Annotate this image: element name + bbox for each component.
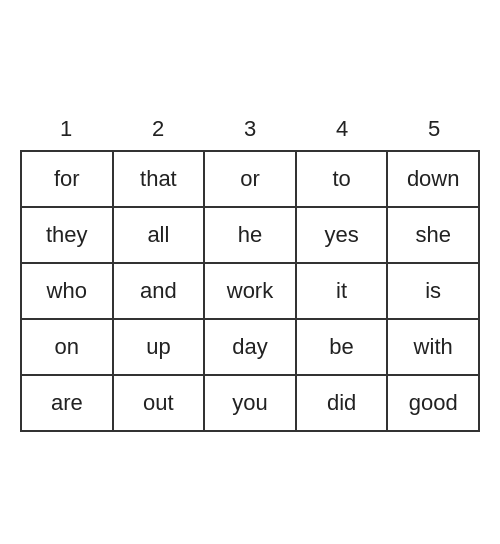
grid-cell-r3-c2: and [114, 264, 206, 318]
grid-cell-r4-c4: be [297, 320, 389, 374]
grid-cell-r3-c1: who [22, 264, 114, 318]
grid-cell-r3-c5: is [388, 264, 478, 318]
word-grid-container: 12345 forthatortodowntheyallheyesshewhoa… [20, 112, 480, 432]
grid-cell-r3-c4: it [297, 264, 389, 318]
grid-cell-r4-c5: with [388, 320, 478, 374]
grid-cell-r2-c1: they [22, 208, 114, 262]
header-col-2: 2 [112, 112, 204, 146]
header-col-1: 1 [20, 112, 112, 146]
grid-row-4: onupdaybewith [22, 320, 478, 376]
grid-cell-r5-c1: are [22, 376, 114, 430]
grid-cell-r1-c4: to [297, 152, 389, 206]
header-col-4: 4 [296, 112, 388, 146]
header-col-3: 3 [204, 112, 296, 146]
grid-cell-r5-c4: did [297, 376, 389, 430]
grid-row-2: theyallheyesshe [22, 208, 478, 264]
grid-cell-r2-c4: yes [297, 208, 389, 262]
grid-cell-r4-c3: day [205, 320, 297, 374]
grid-cell-r5-c2: out [114, 376, 206, 430]
grid-cell-r3-c3: work [205, 264, 297, 318]
grid-cell-r1-c2: that [114, 152, 206, 206]
grid-cell-r2-c3: he [205, 208, 297, 262]
grid-cell-r4-c2: up [114, 320, 206, 374]
word-grid: forthatortodowntheyallheyesshewhoandwork… [20, 150, 480, 432]
grid-cell-r4-c1: on [22, 320, 114, 374]
grid-cell-r1-c5: down [388, 152, 478, 206]
grid-row-1: forthatortodown [22, 152, 478, 208]
grid-cell-r5-c5: good [388, 376, 478, 430]
grid-cell-r1-c3: or [205, 152, 297, 206]
grid-row-3: whoandworkitis [22, 264, 478, 320]
column-headers: 12345 [20, 112, 480, 146]
grid-cell-r5-c3: you [205, 376, 297, 430]
grid-row-5: areoutyoudidgood [22, 376, 478, 430]
header-col-5: 5 [388, 112, 480, 146]
grid-cell-r2-c2: all [114, 208, 206, 262]
grid-cell-r2-c5: she [388, 208, 478, 262]
grid-cell-r1-c1: for [22, 152, 114, 206]
